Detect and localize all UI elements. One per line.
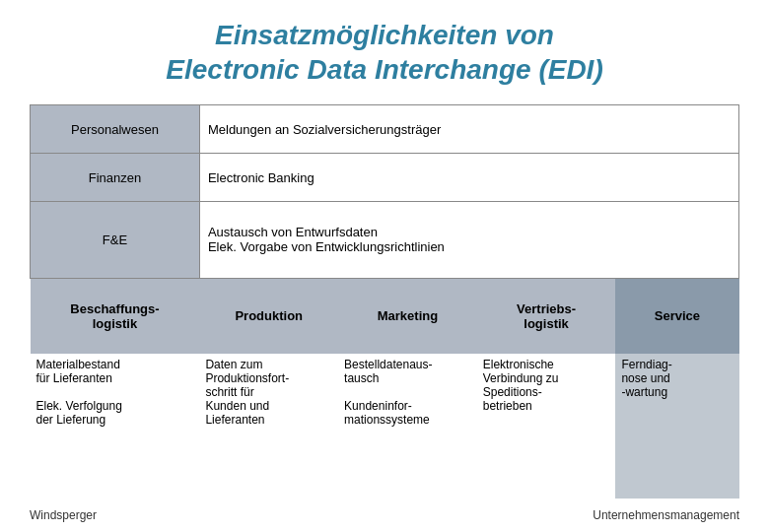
title-line1: Einsatzmöglichkeiten von [215, 20, 554, 50]
col-data-beschaffung: Materialbestand für Lieferanten Elek. Ve… [31, 354, 200, 499]
col-header-marketing: Marketing [338, 278, 477, 354]
marketing-line4: Kundeninfor- [344, 399, 412, 413]
footer-right: Unternehmensmanagement [593, 508, 739, 522]
col-header-service: Service [615, 278, 738, 354]
row-fue: F&E Austausch von Entwurfsdaten Elek. Vo… [31, 202, 739, 278]
produktion-line1: Daten zum [205, 358, 262, 371]
col-header-vertrieb: Vertriebs-logistik [477, 278, 616, 354]
service-line1: Ferndiag- [621, 358, 671, 371]
produktion-line3: schritt für [205, 385, 253, 399]
fue-line1: Austausch von Entwurfsdaten [208, 225, 378, 239]
service-line2: nose und [621, 371, 669, 385]
row-personalwesen: Personalwesen Meldungen an Sozialversich… [31, 105, 739, 154]
footer: Windsperger Unternehmensmanagement [30, 508, 739, 522]
vertrieb-line4: betrieben [483, 399, 532, 413]
beschaffung-line5: der Lieferung [36, 413, 106, 427]
fue-line2: Elek. Vorgabe von Entwicklungsrichtlinie… [208, 239, 445, 254]
col-header-beschaffung: Beschaffungs-logistik [31, 278, 200, 354]
col-data-marketing: Bestelldatenaus- tausch Kundeninfor- mat… [338, 354, 477, 499]
content-fue: Austausch von Entwurfsdaten Elek. Vorgab… [199, 202, 738, 278]
data-row: Materialbestand für Lieferanten Elek. Ve… [31, 354, 739, 499]
label-finanzen: Finanzen [31, 154, 200, 202]
marketing-line1: Bestelldatenaus- [344, 358, 432, 371]
label-fue: F&E [31, 202, 200, 278]
marketing-line5: mationssysteme [344, 413, 430, 427]
marketing-line2: tausch [344, 371, 379, 385]
label-personalwesen: Personalwesen [31, 105, 200, 154]
title-line2: Electronic Data Interchange (EDI) [166, 54, 602, 85]
service-line3: -wartung [621, 385, 667, 399]
page: Einsatzmöglichkeiten von Electronic Data… [0, 0, 769, 532]
col-data-vertrieb: Elektronische Verbindung zu Speditions- … [477, 354, 616, 499]
col-data-service: Ferndiag- nose und -wartung [615, 354, 738, 499]
row-finanzen: Finanzen Electronic Banking [31, 154, 739, 202]
col-data-produktion: Daten zum Produktionsfort- schritt für K… [199, 354, 338, 499]
produktion-line4: Kunden und [205, 399, 269, 413]
vertrieb-line2: Verbindung zu [483, 371, 559, 385]
content-personalwesen: Meldungen an Sozialversicherungsträger [199, 105, 738, 154]
beschaffung-line2: für Lieferanten [36, 371, 112, 385]
produktion-line2: Produktionsfort- [205, 371, 289, 385]
vertrieb-line1: Elektronische [483, 358, 554, 371]
beschaffung-line4: Elek. Verfolgung [36, 399, 122, 413]
beschaffung-line1: Materialbestand [36, 358, 120, 371]
page-title: Einsatzmöglichkeiten von Electronic Data… [166, 18, 602, 87]
produktion-line5: Lieferanten [205, 413, 264, 427]
content-finanzen: Electronic Banking [199, 154, 738, 202]
col-header-produktion: Produktion [199, 278, 338, 354]
footer-left: Windsperger [30, 508, 97, 522]
column-headers-row: Beschaffungs-logistik Produktion Marketi… [31, 278, 739, 354]
vertrieb-line3: Speditions- [483, 385, 542, 399]
main-table: Personalwesen Meldungen an Sozialversich… [30, 104, 739, 499]
